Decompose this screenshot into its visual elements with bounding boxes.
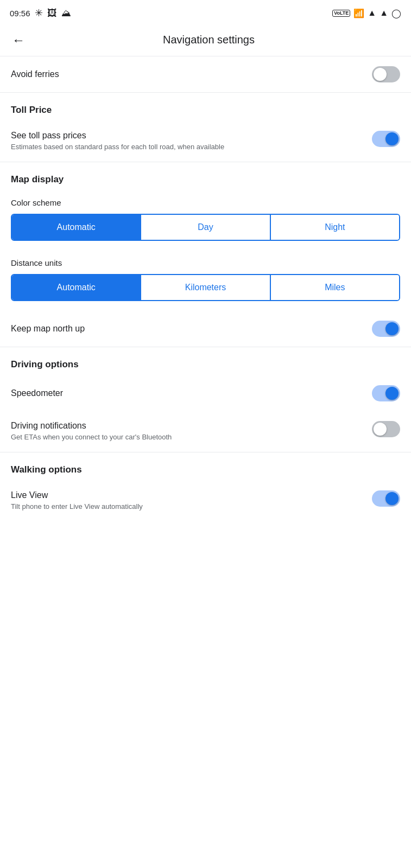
see-toll-prices-text: See toll pass prices Estimates based on … — [11, 131, 224, 152]
see-toll-prices-row: See toll pass prices Estimates based on … — [0, 121, 411, 162]
live-view-toggle[interactable] — [372, 490, 400, 507]
driving-notifications-toggle[interactable] — [372, 421, 400, 437]
volte-badge: VoLTE — [332, 10, 350, 17]
distance-units-segmented: Automatic Kilometers Miles — [11, 274, 400, 301]
live-view-sublabel: Tilt phone to enter Live View automatica… — [11, 502, 143, 512]
keep-north-up-toggle[interactable] — [372, 321, 400, 337]
toll-price-section-header: Toll Price — [0, 93, 411, 121]
keep-north-up-row: Keep map north up — [0, 311, 411, 347]
color-scheme-automatic[interactable]: Automatic — [12, 215, 140, 240]
walking-options-section-header: Walking options — [0, 452, 411, 481]
distance-automatic[interactable]: Automatic — [12, 275, 140, 300]
avoid-ferries-label: Avoid ferries — [11, 69, 59, 79]
driving-notifications-thumb — [374, 423, 387, 436]
see-toll-prices-sublabel: Estimates based on standard pass for eac… — [11, 142, 224, 152]
see-toll-prices-thumb — [385, 132, 399, 145]
keep-north-up-thumb — [385, 322, 399, 335]
avoid-ferries-thumb — [374, 68, 387, 81]
status-icon-pinwheel: ✳ — [35, 7, 43, 19]
speedometer-toggle[interactable] — [372, 385, 400, 401]
see-toll-prices-toggle[interactable] — [372, 131, 400, 147]
status-right: VoLTE 📶 ▲ ▲ ◯ — [332, 8, 401, 18]
signal-icon-1: ▲ — [368, 8, 376, 18]
distance-kilometers[interactable]: Kilometers — [140, 275, 269, 300]
battery-icon: ◯ — [391, 8, 401, 18]
distance-miles[interactable]: Miles — [270, 275, 399, 300]
page-title: Navigation settings — [38, 34, 380, 46]
status-left: 09:56 ✳ 🖼 ⛰ — [10, 7, 71, 19]
signal-icon-2: ▲ — [380, 8, 388, 18]
keep-north-up-label: Keep map north up — [11, 324, 85, 334]
back-button[interactable]: ← — [10, 30, 27, 50]
speedometer-row: Speedometer — [0, 375, 411, 411]
driving-notifications-text: Driving notifications Get ETAs when you … — [11, 421, 172, 442]
live-view-label: Live View — [11, 490, 143, 500]
status-icon-image: 🖼 — [47, 8, 57, 19]
speedometer-thumb — [385, 387, 399, 400]
distance-units-label: Distance units — [0, 251, 411, 271]
color-scheme-night[interactable]: Night — [270, 215, 399, 240]
driving-notifications-label: Driving notifications — [11, 421, 172, 431]
wifi-icon: 📶 — [353, 8, 364, 18]
avoid-ferries-row: Avoid ferries — [0, 56, 411, 92]
status-time: 09:56 — [10, 9, 30, 18]
color-scheme-segmented: Automatic Day Night — [11, 214, 400, 241]
status-icon-alert: ⛰ — [61, 8, 71, 19]
color-scheme-day[interactable]: Day — [140, 215, 269, 240]
top-bar: ← Navigation settings — [0, 24, 411, 56]
driving-notifications-row: Driving notifications Get ETAs when you … — [0, 411, 411, 452]
speedometer-label: Speedometer — [11, 388, 63, 398]
avoid-ferries-toggle[interactable] — [372, 66, 400, 82]
driving-options-section-header: Driving options — [0, 347, 411, 375]
see-toll-prices-label: See toll pass prices — [11, 131, 224, 141]
color-scheme-label: Color scheme — [0, 190, 411, 210]
status-bar: 09:56 ✳ 🖼 ⛰ VoLTE 📶 ▲ ▲ ◯ — [0, 0, 411, 24]
driving-notifications-sublabel: Get ETAs when you connect to your car's … — [11, 432, 172, 442]
live-view-text: Live View Tilt phone to enter Live View … — [11, 490, 143, 512]
map-display-section-header: Map display — [0, 162, 411, 190]
live-view-row: Live View Tilt phone to enter Live View … — [0, 481, 411, 521]
